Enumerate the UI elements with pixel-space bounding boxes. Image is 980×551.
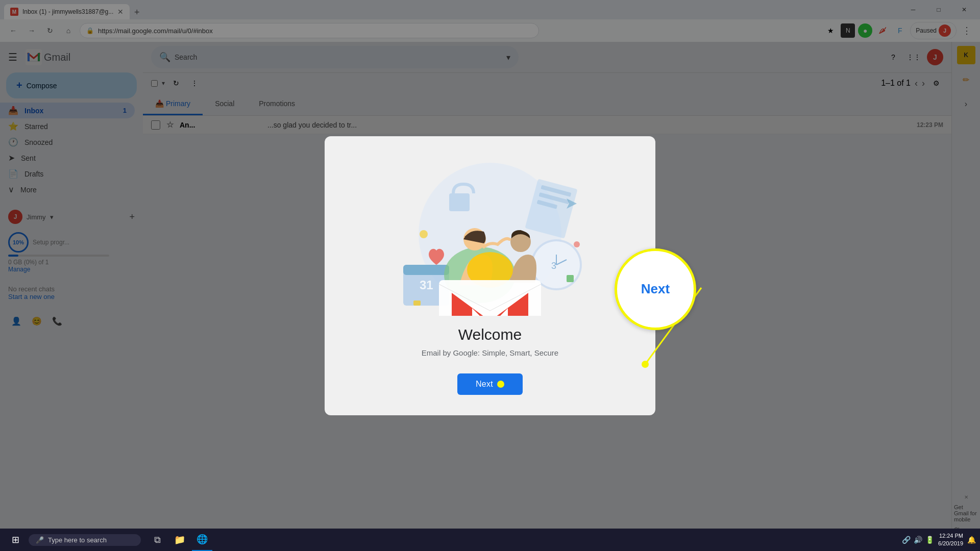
volume-icon[interactable]: 🔊 bbox=[914, 536, 922, 544]
modal-illustration: 3 31 bbox=[373, 153, 607, 316]
magnifier-circle: Next bbox=[615, 248, 696, 330]
start-button[interactable]: ⊞ bbox=[4, 529, 27, 551]
svg-point-26 bbox=[420, 230, 428, 238]
taskbar-multitask-icon[interactable]: ⧉ bbox=[147, 529, 167, 551]
taskbar-chrome-icon[interactable]: 🌐 bbox=[192, 529, 212, 551]
modal-overlay: 3 31 bbox=[0, 0, 980, 551]
svg-point-25 bbox=[574, 241, 580, 247]
modal-title: Welcome bbox=[458, 326, 522, 343]
battery-icon[interactable]: 🔋 bbox=[925, 536, 934, 544]
taskbar-search[interactable]: 🎤 Type here to search bbox=[29, 534, 141, 546]
taskbar-file-explorer-icon[interactable]: 📁 bbox=[169, 529, 190, 551]
magnifier-next-text: Next bbox=[641, 281, 670, 297]
taskbar-date-text: 6/20/2019 bbox=[938, 540, 963, 547]
modal-subtitle: Email by Google: Simple, Smart, Secure bbox=[422, 348, 558, 357]
notification-button[interactable]: 🔔 bbox=[967, 536, 976, 544]
taskbar: ⊞ 🎤 Type here to search ⧉ 📁 🌐 🔗 🔊 🔋 12:2… bbox=[0, 529, 980, 551]
taskbar-search-placeholder: Type here to search bbox=[48, 536, 107, 544]
svg-rect-24 bbox=[413, 300, 421, 306]
svg-text:31: 31 bbox=[420, 278, 433, 292]
svg-text:3: 3 bbox=[551, 261, 556, 271]
modal-next-label: Next bbox=[476, 380, 493, 388]
welcome-modal: 3 31 bbox=[325, 136, 655, 415]
taskbar-mic-icon: 🎤 bbox=[36, 536, 44, 544]
yellow-dot-indicator bbox=[497, 381, 504, 388]
browser-frame: M Inbox (1) - jimmywells31887@g... ✕ + ─… bbox=[0, 0, 980, 551]
svg-rect-10 bbox=[403, 265, 449, 275]
svg-rect-12 bbox=[449, 193, 470, 211]
network-icon[interactable]: 🔗 bbox=[902, 536, 911, 544]
taskbar-sys-icons: 🔗 🔊 🔋 bbox=[902, 536, 934, 544]
svg-point-28 bbox=[642, 361, 649, 368]
taskbar-pinned-icons: ⧉ 📁 🌐 bbox=[147, 529, 212, 551]
taskbar-clock[interactable]: 12:24 PM 6/20/2019 bbox=[938, 532, 963, 548]
welcome-illustration-svg: 3 31 bbox=[373, 153, 607, 316]
taskbar-right: 🔗 🔊 🔋 12:24 PM 6/20/2019 🔔 bbox=[902, 532, 976, 548]
modal-next-button[interactable]: Next bbox=[457, 373, 523, 395]
svg-rect-23 bbox=[567, 275, 574, 282]
taskbar-time-text: 12:24 PM bbox=[938, 532, 963, 540]
